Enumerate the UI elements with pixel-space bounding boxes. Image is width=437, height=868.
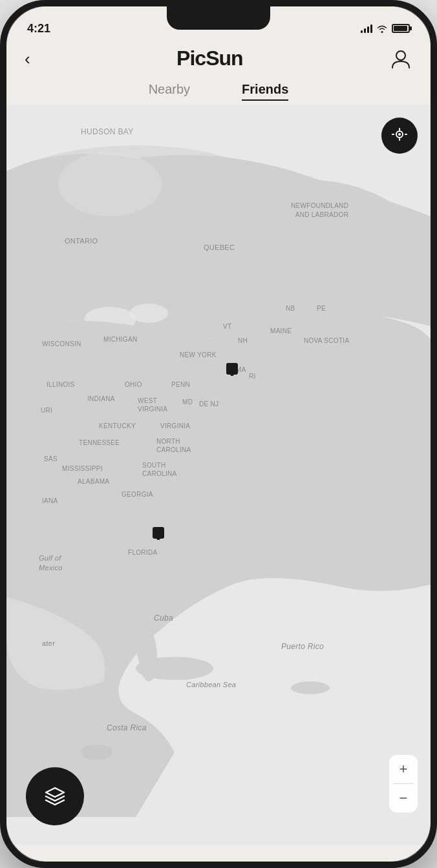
signal-icon <box>361 24 372 33</box>
status-icons <box>361 24 410 33</box>
profile-icon[interactable] <box>389 47 412 70</box>
status-time: 4:21 <box>27 22 50 36</box>
map-area: Hudson Bay NEWFOUNDLANDAND LABRADOR ONTA… <box>6 105 431 845</box>
svg-point-14 <box>398 133 401 136</box>
app-title: PicSun <box>176 46 242 70</box>
phone-shell: 4:21 ‹ PicSun <box>0 0 437 868</box>
svg-point-7 <box>81 745 113 760</box>
battery-icon <box>392 24 410 33</box>
svg-point-5 <box>136 657 213 680</box>
svg-marker-12 <box>156 539 160 540</box>
svg-rect-11 <box>153 527 164 539</box>
svg-point-4 <box>129 304 168 323</box>
map-background <box>6 105 431 845</box>
wifi-icon <box>376 24 388 33</box>
app-header: ‹ PicSun <box>6 41 431 76</box>
zoom-in-button[interactable]: + <box>389 755 418 783</box>
phone-inner: 4:21 ‹ PicSun <box>6 6 431 862</box>
tab-nearby[interactable]: Nearby <box>149 82 190 101</box>
back-button[interactable]: ‹ <box>25 50 30 67</box>
tab-bar: Nearby Friends <box>6 76 431 105</box>
location-pin-icon <box>391 127 408 144</box>
pin-ma[interactable] <box>225 362 239 378</box>
layers-icon <box>41 782 69 811</box>
pin-florida[interactable] <box>151 526 165 542</box>
svg-point-8 <box>58 152 162 216</box>
notch <box>167 6 270 30</box>
location-button[interactable] <box>381 118 418 154</box>
svg-point-0 <box>396 51 405 60</box>
svg-rect-9 <box>226 363 238 375</box>
svg-point-6 <box>291 681 330 694</box>
zoom-out-button[interactable]: − <box>389 784 418 812</box>
svg-marker-10 <box>230 375 234 376</box>
fab-button[interactable] <box>26 767 84 825</box>
tab-friends[interactable]: Friends <box>242 82 288 101</box>
zoom-controls: + − <box>389 755 418 812</box>
